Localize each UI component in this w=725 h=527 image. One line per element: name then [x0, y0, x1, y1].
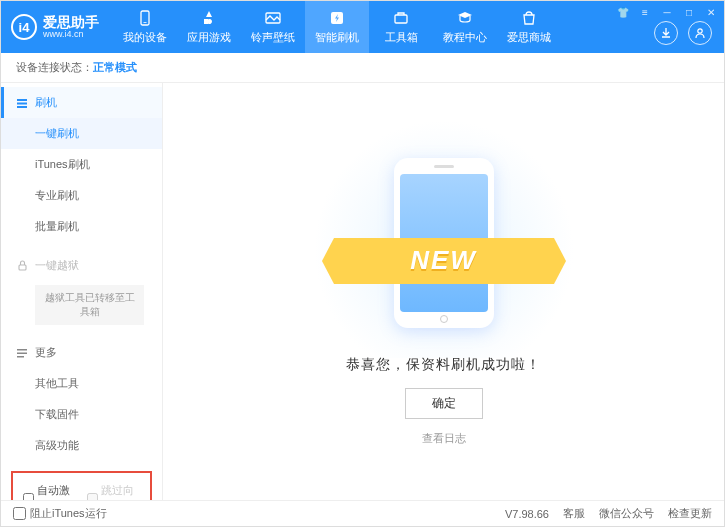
success-message: 恭喜您，保资料刷机成功啦！ [346, 356, 541, 374]
sidebar-item-oneclick-flash[interactable]: 一键刷机 [1, 118, 162, 149]
checkbox-auto-activate[interactable]: 自动激活 [23, 483, 77, 500]
nav-label: 工具箱 [385, 30, 418, 45]
sidebar-jailbreak-title: 一键越狱 [35, 258, 79, 273]
sidebar-flash-title: 刷机 [35, 95, 57, 110]
nav-ring-wallpaper[interactable]: 铃声壁纸 [241, 1, 305, 53]
auto-activate-label: 自动激活 [37, 483, 77, 500]
nav-label: 铃声壁纸 [251, 30, 295, 45]
sidebar-item-batch-flash[interactable]: 批量刷机 [1, 211, 162, 242]
svg-rect-7 [17, 102, 27, 104]
nav-label: 爱思商城 [507, 30, 551, 45]
footer: 阻止iTunes运行 V7.98.66 客服 微信公众号 检查更新 [1, 500, 724, 526]
flash-list-icon [15, 97, 29, 109]
footer-link-wechat[interactable]: 微信公众号 [599, 506, 654, 521]
ok-button[interactable]: 确定 [405, 388, 483, 419]
footer-link-update[interactable]: 检查更新 [668, 506, 712, 521]
flash-icon [328, 9, 346, 27]
apps-icon [200, 9, 218, 27]
sidebar-jailbreak-head[interactable]: 一键越狱 [1, 250, 162, 281]
main-panel: NEW 恭喜您，保资料刷机成功啦！ 确定 查看日志 [163, 83, 724, 500]
new-banner: NEW [334, 238, 554, 284]
new-badge-text: NEW [410, 245, 477, 276]
block-itunes-label: 阻止iTunes运行 [30, 506, 107, 521]
status-bar: 设备连接状态： 正常模式 [1, 53, 724, 83]
app-url: www.i4.cn [43, 29, 99, 40]
nav-label: 智能刷机 [315, 30, 359, 45]
toolbox-icon [392, 9, 410, 27]
nav-toolbox[interactable]: 工具箱 [369, 1, 433, 53]
auto-activate-input[interactable] [23, 493, 34, 501]
skip-guide-input[interactable] [87, 493, 98, 501]
status-mode: 正常模式 [93, 60, 137, 75]
download-button[interactable] [654, 21, 678, 45]
options-highlight-box: 自动激活 跳过向导 [11, 471, 152, 500]
app-name: 爱思助手 [43, 15, 99, 29]
more-icon [15, 347, 29, 359]
nav-smart-flash[interactable]: 智能刷机 [305, 1, 369, 53]
header-right-actions [654, 21, 712, 45]
minimize-icon[interactable]: ─ [660, 5, 674, 19]
sidebar-more-title: 更多 [35, 345, 57, 360]
close-icon[interactable]: ✕ [704, 5, 718, 19]
skip-guide-label: 跳过向导 [101, 483, 141, 500]
svg-point-5 [698, 29, 702, 33]
sidebar-flash-head[interactable]: 刷机 [1, 87, 162, 118]
logo-icon: i4 [11, 14, 37, 40]
status-label: 设备连接状态： [16, 60, 93, 75]
nav-label: 教程中心 [443, 30, 487, 45]
skin-icon[interactable]: 👕 [616, 5, 630, 19]
svg-rect-1 [144, 22, 147, 23]
view-log-link[interactable]: 查看日志 [422, 431, 466, 446]
window-controls: 👕 ≡ ─ □ ✕ [616, 5, 718, 19]
version-label: V7.98.66 [505, 508, 549, 520]
sidebar-item-download-firmware[interactable]: 下载固件 [1, 399, 162, 430]
footer-link-support[interactable]: 客服 [563, 506, 585, 521]
nav-my-device[interactable]: 我的设备 [113, 1, 177, 53]
success-illustration: NEW [334, 138, 554, 338]
tutorial-icon [456, 9, 474, 27]
nav-tutorials[interactable]: 教程中心 [433, 1, 497, 53]
svg-rect-6 [17, 99, 27, 101]
sidebar-item-pro-flash[interactable]: 专业刷机 [1, 180, 162, 211]
user-button[interactable] [688, 21, 712, 45]
content-area: 刷机 一键刷机 iTunes刷机 专业刷机 批量刷机 一键越狱 越狱工具已转移至… [1, 83, 724, 500]
svg-rect-11 [17, 352, 27, 354]
svg-rect-9 [19, 265, 26, 270]
checkbox-skip-guide[interactable]: 跳过向导 [87, 483, 141, 500]
mall-icon [520, 9, 538, 27]
sidebar-item-advanced[interactable]: 高级功能 [1, 430, 162, 461]
sidebar: 刷机 一键刷机 iTunes刷机 专业刷机 批量刷机 一键越狱 越狱工具已转移至… [1, 83, 163, 500]
svg-rect-8 [17, 106, 27, 108]
svg-rect-10 [17, 349, 27, 351]
logo: i4 爱思助手 www.i4.cn [1, 14, 113, 40]
sidebar-more-head[interactable]: 更多 [1, 337, 162, 368]
app-header: i4 爱思助手 www.i4.cn 我的设备 应用游戏 铃声壁纸 智能刷机 工具… [1, 1, 724, 53]
nav-label: 我的设备 [123, 30, 167, 45]
sidebar-item-itunes-flash[interactable]: iTunes刷机 [1, 149, 162, 180]
nav-mall[interactable]: 爱思商城 [497, 1, 561, 53]
lock-icon [15, 260, 29, 271]
jailbreak-notice-box: 越狱工具已转移至工具箱 [35, 285, 144, 325]
nav-apps-games[interactable]: 应用游戏 [177, 1, 241, 53]
svg-rect-4 [395, 15, 407, 23]
menu-icon[interactable]: ≡ [638, 5, 652, 19]
block-itunes-input[interactable] [13, 507, 26, 520]
svg-rect-12 [17, 356, 24, 358]
svg-rect-0 [141, 11, 149, 25]
device-icon [136, 9, 154, 27]
nav-label: 应用游戏 [187, 30, 231, 45]
wallpaper-icon [264, 9, 282, 27]
maximize-icon[interactable]: □ [682, 5, 696, 19]
block-itunes-checkbox[interactable]: 阻止iTunes运行 [13, 506, 107, 521]
sidebar-item-other-tools[interactable]: 其他工具 [1, 368, 162, 399]
